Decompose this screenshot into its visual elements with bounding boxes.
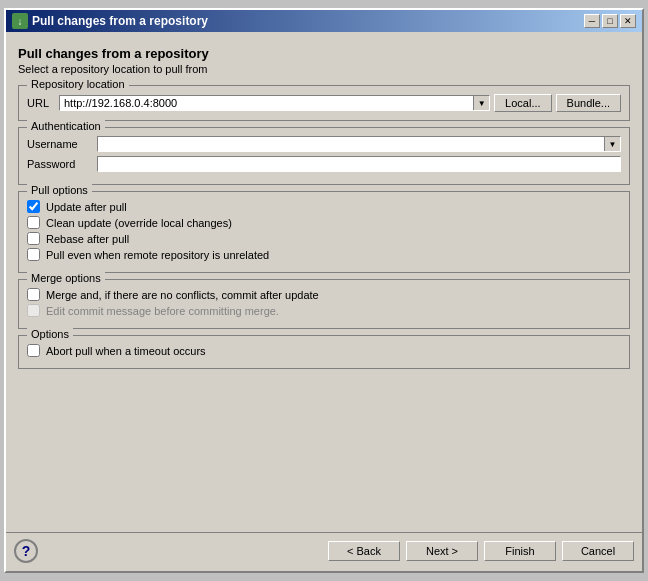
bottom-left: ? [14, 539, 38, 563]
username-label: Username [27, 138, 97, 150]
pull-options-content: Update after pull Clean update (override… [27, 200, 621, 261]
local-button[interactable]: Local... [494, 94, 551, 112]
url-row: URL ▼ Local... Bundle... [27, 94, 621, 112]
url-label: URL [27, 97, 55, 109]
window-title: Pull changes from a repository [32, 14, 208, 28]
options-content: Abort pull when a timeout occurs [27, 344, 621, 357]
authentication-content: Username ▼ Password [27, 136, 621, 172]
title-buttons: ─ □ ✕ [584, 14, 636, 28]
list-item: Merge and, if there are no conflicts, co… [27, 288, 621, 301]
abort-timeout-label: Abort pull when a timeout occurs [46, 345, 206, 357]
authentication-group: Authentication Username ▼ Password [18, 127, 630, 185]
list-item: Update after pull [27, 200, 621, 213]
bottom-right: < Back Next > Finish Cancel [328, 541, 634, 561]
abort-timeout-checkbox[interactable] [27, 344, 40, 357]
merge-options-legend: Merge options [27, 272, 105, 284]
url-input-container: ▼ [59, 95, 490, 111]
edit-commit-message-checkbox[interactable] [27, 304, 40, 317]
rebase-after-pull-label: Rebase after pull [46, 233, 129, 245]
finish-button[interactable]: Finish [484, 541, 556, 561]
cancel-button[interactable]: Cancel [562, 541, 634, 561]
main-window: ↓ Pull changes from a repository ─ □ ✕ P… [4, 8, 644, 573]
url-dropdown-button[interactable]: ▼ [473, 96, 489, 110]
bundle-button[interactable]: Bundle... [556, 94, 621, 112]
pull-unrelated-checkbox[interactable] [27, 248, 40, 261]
repository-location-legend: Repository location [27, 78, 129, 90]
password-row: Password [27, 156, 621, 172]
pull-unrelated-label: Pull even when remote repository is unre… [46, 249, 269, 261]
options-group: Options Abort pull when a timeout occurs [18, 335, 630, 369]
list-item: Clean update (override local changes) [27, 216, 621, 229]
minimize-button[interactable]: ─ [584, 14, 600, 28]
username-row: Username ▼ [27, 136, 621, 152]
clean-update-label: Clean update (override local changes) [46, 217, 232, 229]
repository-location-content: URL ▼ Local... Bundle... [27, 94, 621, 112]
title-bar: ↓ Pull changes from a repository ─ □ ✕ [6, 10, 642, 32]
help-button[interactable]: ? [14, 539, 38, 563]
authentication-legend: Authentication [27, 120, 105, 132]
bottom-bar: ? < Back Next > Finish Cancel [6, 532, 642, 571]
list-item: Rebase after pull [27, 232, 621, 245]
repository-location-group: Repository location URL ▼ Local... Bundl… [18, 85, 630, 121]
header-section: Pull changes from a repository Select a … [18, 40, 630, 79]
pull-options-group: Pull options Update after pull Clean upd… [18, 191, 630, 273]
url-input[interactable] [60, 96, 473, 110]
password-label: Password [27, 158, 97, 170]
merge-commit-checkbox[interactable] [27, 288, 40, 301]
next-button[interactable]: Next > [406, 541, 478, 561]
update-after-pull-label: Update after pull [46, 201, 127, 213]
username-input[interactable] [98, 137, 604, 151]
pull-options-legend: Pull options [27, 184, 92, 196]
password-input-container [97, 156, 621, 172]
title-bar-left: ↓ Pull changes from a repository [12, 13, 208, 29]
update-after-pull-checkbox[interactable] [27, 200, 40, 213]
list-item: Edit commit message before committing me… [27, 304, 621, 317]
window-icon: ↓ [12, 13, 28, 29]
list-item: Abort pull when a timeout occurs [27, 344, 621, 357]
rebase-after-pull-checkbox[interactable] [27, 232, 40, 245]
merge-commit-label: Merge and, if there are no conflicts, co… [46, 289, 319, 301]
list-item: Pull even when remote repository is unre… [27, 248, 621, 261]
back-button[interactable]: < Back [328, 541, 400, 561]
page-subtitle: Select a repository location to pull fro… [18, 63, 630, 75]
clean-update-checkbox[interactable] [27, 216, 40, 229]
merge-options-content: Merge and, if there are no conflicts, co… [27, 288, 621, 317]
username-dropdown-button[interactable]: ▼ [604, 137, 620, 151]
username-input-container: ▼ [97, 136, 621, 152]
merge-options-group: Merge options Merge and, if there are no… [18, 279, 630, 329]
edit-commit-message-label: Edit commit message before committing me… [46, 305, 279, 317]
window-body: Pull changes from a repository Select a … [6, 32, 642, 532]
password-input[interactable] [98, 157, 620, 171]
page-title: Pull changes from a repository [18, 46, 630, 61]
options-legend: Options [27, 328, 73, 340]
maximize-button[interactable]: □ [602, 14, 618, 28]
close-button[interactable]: ✕ [620, 14, 636, 28]
